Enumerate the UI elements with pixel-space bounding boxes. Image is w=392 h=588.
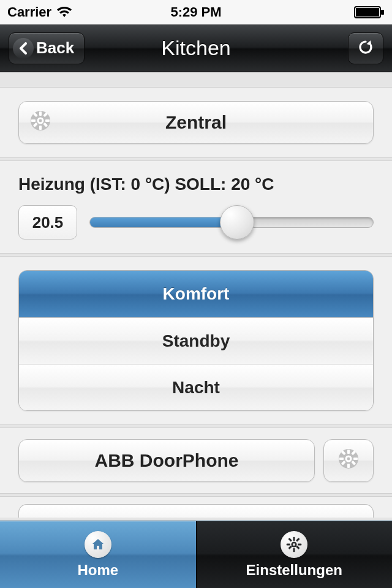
svg-point-34 bbox=[293, 543, 295, 546]
carrier-label: Carrier bbox=[7, 4, 51, 20]
back-button[interactable]: Back bbox=[9, 32, 85, 64]
mode-label: Komfort bbox=[163, 284, 230, 304]
home-icon bbox=[85, 531, 111, 558]
doorphone-label: ABB DoorPhone bbox=[95, 450, 239, 471]
mode-item-standby[interactable]: Standby bbox=[19, 317, 373, 364]
doorphone-button[interactable]: ABB DoorPhone bbox=[18, 439, 315, 482]
mode-list: Komfort Standby Nacht bbox=[18, 270, 374, 411]
svg-rect-2 bbox=[381, 10, 384, 15]
refresh-button[interactable] bbox=[348, 32, 383, 64]
svg-rect-33 bbox=[288, 545, 292, 549]
svg-rect-17 bbox=[347, 464, 350, 468]
nav-bar: Back Kitchen bbox=[0, 24, 392, 72]
svg-rect-6 bbox=[39, 126, 42, 130]
tab-settings-label: Einstellungen bbox=[246, 562, 342, 579]
tab-home-label: Home bbox=[77, 562, 118, 579]
gear-icon bbox=[338, 448, 359, 473]
svg-rect-29 bbox=[298, 543, 301, 545]
refresh-icon bbox=[357, 39, 374, 58]
section-next-peek bbox=[0, 496, 392, 518]
status-time: 5:29 PM bbox=[170, 4, 221, 20]
svg-rect-16 bbox=[347, 450, 350, 454]
chevron-left-icon bbox=[13, 38, 34, 59]
page-title: Kitchen bbox=[161, 36, 230, 60]
tab-bar: Home Einstellungen bbox=[0, 521, 392, 588]
svg-rect-1 bbox=[356, 8, 379, 17]
svg-rect-31 bbox=[296, 545, 300, 549]
content-area: Zentral Heizung (IST: 0 °C) SOLL: 20 °C … bbox=[0, 72, 392, 521]
section-doorphone: ABB DoorPhone bbox=[0, 428, 392, 494]
gear-icon bbox=[30, 110, 51, 135]
svg-rect-28 bbox=[287, 543, 290, 545]
mode-item-komfort[interactable]: Komfort bbox=[19, 271, 373, 317]
slider-thumb[interactable] bbox=[220, 205, 254, 239]
svg-rect-8 bbox=[45, 119, 50, 122]
doorphone-settings-button[interactable] bbox=[323, 439, 374, 482]
section-modes: Komfort Standby Nacht bbox=[0, 256, 392, 425]
tab-home[interactable]: Home bbox=[0, 521, 196, 588]
svg-point-24 bbox=[347, 457, 350, 460]
status-bar: Carrier 5:29 PM bbox=[0, 0, 392, 24]
zentral-label: Zentral bbox=[165, 112, 227, 133]
back-label: Back bbox=[36, 39, 74, 58]
svg-rect-30 bbox=[288, 537, 292, 541]
mode-item-nacht[interactable]: Nacht bbox=[19, 364, 373, 410]
svg-rect-19 bbox=[353, 458, 358, 460]
zentral-button[interactable]: Zentral bbox=[18, 101, 374, 144]
mode-label: Nacht bbox=[172, 378, 220, 398]
svg-rect-26 bbox=[293, 537, 295, 540]
gear-icon bbox=[281, 531, 307, 558]
heating-label: Heizung (IST: 0 °C) SOLL: 20 °C bbox=[18, 175, 374, 194]
svg-point-13 bbox=[39, 119, 42, 122]
section-heating: Heizung (IST: 0 °C) SOLL: 20 °C 20.5 bbox=[0, 160, 392, 254]
svg-rect-7 bbox=[31, 119, 36, 122]
svg-rect-32 bbox=[296, 537, 300, 541]
next-item-top[interactable] bbox=[18, 504, 374, 518]
wifi-icon bbox=[56, 6, 72, 18]
svg-rect-18 bbox=[339, 458, 344, 460]
tab-settings[interactable]: Einstellungen bbox=[196, 521, 393, 588]
svg-rect-27 bbox=[293, 548, 295, 552]
heating-value-box[interactable]: 20.5 bbox=[18, 205, 77, 239]
section-zentral: Zentral bbox=[0, 87, 392, 158]
battery-icon bbox=[354, 6, 385, 18]
heating-slider[interactable] bbox=[89, 205, 374, 239]
mode-label: Standby bbox=[162, 331, 230, 351]
svg-rect-5 bbox=[39, 111, 42, 116]
